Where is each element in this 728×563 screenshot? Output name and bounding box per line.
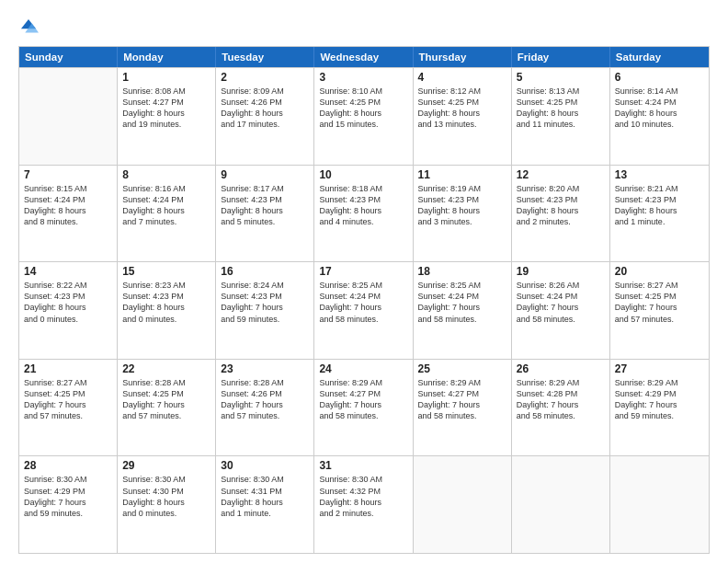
cell-line: Sunrise: 8:30 AM (221, 474, 309, 485)
cell-line: and 57 minutes. (122, 410, 210, 421)
cell-line: Sunrise: 8:10 AM (319, 86, 407, 97)
calendar-cell: 12Sunrise: 8:20 AMSunset: 4:23 PMDayligh… (512, 166, 610, 262)
cell-line: and 8 minutes. (24, 216, 112, 227)
cell-line: and 59 minutes. (24, 508, 112, 519)
cell-line: Daylight: 8 hours (122, 205, 210, 216)
cell-line: and 1 minute. (615, 216, 704, 227)
header-cell-tuesday: Tuesday (216, 47, 314, 67)
page: SundayMondayTuesdayWednesdayThursdayFrid… (0, 0, 728, 563)
cell-line: and 19 minutes. (122, 119, 210, 130)
cell-line: Sunrise: 8:15 AM (24, 183, 112, 194)
cell-line: Sunrise: 8:20 AM (517, 183, 605, 194)
cell-line: and 57 minutes. (221, 410, 309, 421)
cell-line: Sunset: 4:24 PM (319, 291, 407, 302)
cell-line: and 58 minutes. (319, 314, 407, 325)
cell-line: Sunrise: 8:09 AM (221, 86, 309, 97)
week-row-4: 21Sunrise: 8:27 AMSunset: 4:25 PMDayligh… (19, 359, 709, 456)
day-number: 25 (418, 362, 506, 375)
cell-line: Daylight: 7 hours (319, 399, 407, 410)
cell-line: Sunset: 4:25 PM (517, 97, 605, 108)
cell-line: Sunset: 4:23 PM (517, 194, 605, 205)
cell-line: Daylight: 8 hours (319, 497, 407, 508)
calendar-cell: 20Sunrise: 8:27 AMSunset: 4:25 PMDayligh… (610, 262, 709, 359)
cell-line: Sunset: 4:25 PM (122, 388, 210, 399)
day-number: 16 (221, 265, 309, 278)
calendar-cell: 3Sunrise: 8:10 AMSunset: 4:25 PMDaylight… (314, 68, 413, 165)
cell-line: Sunset: 4:23 PM (221, 291, 309, 302)
cell-line: Sunset: 4:23 PM (122, 291, 210, 302)
cell-line: Sunset: 4:29 PM (615, 388, 704, 399)
cell-line: Sunrise: 8:12 AM (418, 86, 506, 97)
calendar-cell: 27Sunrise: 8:29 AMSunset: 4:29 PMDayligh… (610, 360, 709, 456)
cell-line: Sunset: 4:23 PM (615, 194, 704, 205)
cell-line: Sunset: 4:24 PM (418, 291, 506, 302)
cell-line: Daylight: 8 hours (319, 108, 407, 119)
cell-line: Sunset: 4:24 PM (24, 194, 112, 205)
cell-line: Daylight: 7 hours (122, 399, 210, 410)
calendar-cell: 24Sunrise: 8:29 AMSunset: 4:27 PMDayligh… (314, 360, 413, 456)
cell-line: Daylight: 8 hours (319, 205, 407, 216)
cell-line: and 11 minutes. (517, 119, 605, 130)
calendar-cell: 29Sunrise: 8:30 AMSunset: 4:30 PMDayligh… (118, 456, 216, 553)
cell-line: and 2 minutes. (319, 508, 407, 519)
day-number: 19 (517, 265, 605, 278)
cell-line: Sunrise: 8:29 AM (615, 377, 704, 388)
cell-line: Sunrise: 8:29 AM (319, 377, 407, 388)
cell-line: Sunrise: 8:19 AM (418, 183, 506, 194)
calendar-cell: 16Sunrise: 8:24 AMSunset: 4:23 PMDayligh… (216, 262, 314, 359)
day-number: 31 (319, 459, 407, 472)
cell-line: Sunrise: 8:08 AM (122, 86, 210, 97)
cell-line: Daylight: 8 hours (517, 205, 605, 216)
cell-line: Sunrise: 8:27 AM (615, 280, 704, 291)
calendar-cell: 25Sunrise: 8:29 AMSunset: 4:27 PMDayligh… (414, 360, 512, 456)
cell-line: Sunset: 4:32 PM (319, 486, 407, 497)
cell-line: Sunset: 4:25 PM (615, 291, 704, 302)
calendar-cell: 23Sunrise: 8:28 AMSunset: 4:26 PMDayligh… (216, 360, 314, 456)
cell-line: and 58 minutes. (517, 410, 605, 421)
cell-line: Sunrise: 8:23 AM (122, 280, 210, 291)
cell-line: and 13 minutes. (418, 119, 506, 130)
header-cell-wednesday: Wednesday (314, 47, 413, 67)
calendar-cell: 22Sunrise: 8:28 AMSunset: 4:25 PMDayligh… (118, 360, 216, 456)
cell-line: and 1 minute. (221, 508, 309, 519)
day-number: 24 (319, 362, 407, 375)
cell-line: Sunset: 4:31 PM (221, 486, 309, 497)
cell-line: Sunrise: 8:17 AM (221, 183, 309, 194)
cell-line: Daylight: 7 hours (517, 302, 605, 313)
calendar-cell: 6Sunrise: 8:14 AMSunset: 4:24 PMDaylight… (610, 68, 709, 165)
cell-line: Sunrise: 8:25 AM (418, 280, 506, 291)
cell-line: Daylight: 8 hours (418, 205, 506, 216)
cell-line: and 57 minutes. (24, 410, 112, 421)
calendar-cell: 15Sunrise: 8:23 AMSunset: 4:23 PMDayligh… (118, 262, 216, 359)
cell-line: Sunrise: 8:14 AM (615, 86, 704, 97)
cell-line: Sunrise: 8:29 AM (418, 377, 506, 388)
cell-line: Sunrise: 8:16 AM (122, 183, 210, 194)
cell-line: Sunrise: 8:28 AM (221, 377, 309, 388)
cell-line: and 10 minutes. (615, 119, 704, 130)
cell-line: Daylight: 8 hours (221, 205, 309, 216)
calendar-cell: 13Sunrise: 8:21 AMSunset: 4:23 PMDayligh… (610, 166, 709, 262)
cell-line: Daylight: 8 hours (24, 302, 112, 313)
cell-line: and 2 minutes. (517, 216, 605, 227)
cell-line: Sunrise: 8:28 AM (122, 377, 210, 388)
day-number: 30 (221, 459, 309, 472)
week-row-2: 7Sunrise: 8:15 AMSunset: 4:24 PMDaylight… (19, 165, 709, 262)
cell-line: Daylight: 8 hours (122, 108, 210, 119)
cell-line: Sunrise: 8:26 AM (517, 280, 605, 291)
cell-line: Sunset: 4:27 PM (319, 388, 407, 399)
cell-line: and 58 minutes. (418, 314, 506, 325)
day-number: 3 (319, 71, 407, 84)
cell-line: Sunset: 4:27 PM (418, 388, 506, 399)
cell-line: and 0 minutes. (24, 314, 112, 325)
cell-line: Sunset: 4:25 PM (319, 97, 407, 108)
cell-line: and 58 minutes. (418, 410, 506, 421)
logo (18, 17, 42, 37)
day-number: 1 (122, 71, 210, 84)
cell-line: Sunrise: 8:30 AM (24, 474, 112, 485)
cell-line: Sunrise: 8:22 AM (24, 280, 112, 291)
cell-line: Sunrise: 8:13 AM (517, 86, 605, 97)
cell-line: and 58 minutes. (319, 410, 407, 421)
calendar-cell: 30Sunrise: 8:30 AMSunset: 4:31 PMDayligh… (216, 456, 314, 553)
cell-line: Sunset: 4:23 PM (319, 194, 407, 205)
cell-line: Daylight: 7 hours (615, 302, 704, 313)
